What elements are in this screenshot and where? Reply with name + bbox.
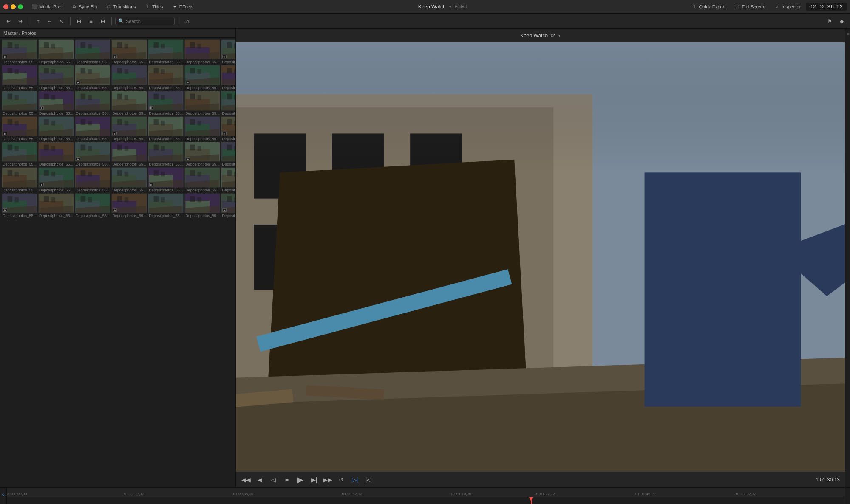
media-thumb-22[interactable]: Depositphotos_55...: [38, 116, 74, 141]
media-thumb-8[interactable]: Depositphotos_55...: [38, 65, 74, 90]
minimize-button[interactable]: [11, 4, 16, 9]
media-thumb-23[interactable]: Depositphotos_55...: [75, 116, 110, 141]
thumb-image-42: ▶: [2, 193, 37, 213]
undo-button[interactable]: ↩: [3, 16, 14, 26]
media-thumb-48[interactable]: ▶Depositphotos_55...: [221, 193, 235, 218]
media-thumb-12[interactable]: ▶Depositphotos_55...: [184, 65, 220, 90]
media-thumb-21[interactable]: ▶Depositphotos_55...: [2, 116, 37, 141]
media-thumb-41[interactable]: Depositphotos_55...: [221, 167, 235, 192]
thumb-video-icon: ▶: [149, 183, 153, 186]
media-thumb-35[interactable]: Depositphotos_55...: [2, 167, 37, 192]
media-thumb-13[interactable]: Depositphotos_55...: [221, 65, 235, 90]
transitions-nav[interactable]: ⬡ Transitions: [102, 3, 139, 11]
view-detail-button[interactable]: ⊟: [98, 16, 108, 26]
next-frame-button[interactable]: ▶|: [309, 475, 319, 485]
redo-button[interactable]: ↪: [15, 16, 26, 26]
media-thumb-7[interactable]: Depositphotos_55...: [2, 65, 37, 90]
media-thumb-10[interactable]: Depositphotos_55...: [111, 65, 147, 90]
play-reverse-button[interactable]: ◁: [268, 475, 278, 485]
media-thumb-31[interactable]: Depositphotos_55...: [111, 142, 147, 166]
close-button[interactable]: [3, 4, 8, 9]
timeline-scroll-bar[interactable]: [845, 488, 850, 504]
selection-tool[interactable]: ↖: [57, 16, 67, 26]
media-thumb-29[interactable]: Depositphotos_55...: [38, 142, 74, 166]
flag-button[interactable]: ⚑: [824, 16, 835, 26]
svg-rect-207: [227, 170, 232, 176]
inspector-button[interactable]: 𝒾 Inspector: [771, 3, 804, 11]
media-thumb-47[interactable]: Depositphotos_55...: [184, 193, 220, 218]
thumb-svg-39: [148, 168, 183, 187]
media-thumb-18[interactable]: ▶Depositphotos_55...: [148, 91, 184, 115]
effects-nav[interactable]: ✦ Effects: [168, 3, 197, 11]
trim-tool[interactable]: ↔: [45, 16, 55, 26]
svg-rect-48: [88, 69, 92, 74]
filter-button[interactable]: ⊿: [182, 16, 192, 26]
media-thumb-30[interactable]: ▶Depositphotos_55...: [75, 142, 110, 166]
media-thumb-19[interactable]: Depositphotos_55...: [184, 91, 220, 115]
full-screen-button[interactable]: ⛶ Full Screen: [731, 3, 769, 11]
media-thumb-46[interactable]: Depositphotos_55...: [148, 193, 184, 218]
sync-bin-nav[interactable]: ⧉ Sync Bin: [68, 3, 100, 11]
blade-tool[interactable]: ⌗: [33, 16, 43, 26]
thumb-label-20: Depositphotos_55...: [221, 111, 235, 115]
media-thumb-26[interactable]: Depositphotos_55...: [184, 116, 220, 141]
media-thumb-11[interactable]: Depositphotos_55...: [148, 65, 184, 90]
project-dropdown[interactable]: ▾: [449, 5, 451, 9]
svg-rect-63: [198, 69, 201, 74]
media-thumb-2[interactable]: Depositphotos_55...: [75, 39, 110, 64]
media-thumb-14[interactable]: Depositphotos_55...: [2, 91, 37, 115]
svg-rect-42: [44, 68, 49, 74]
play-button[interactable]: ▶: [295, 475, 306, 485]
media-thumb-1[interactable]: Depositphotos_55...: [38, 39, 74, 64]
media-thumb-33[interactable]: ▶Depositphotos_55...: [184, 142, 220, 166]
search-input[interactable]: [126, 19, 168, 24]
media-thumb-16[interactable]: Depositphotos_55...: [75, 91, 110, 115]
media-thumb-40[interactable]: Depositphotos_55...: [184, 167, 220, 192]
media-thumb-0[interactable]: ▶Depositphotos_55...: [2, 39, 37, 64]
prev-frame-button[interactable]: ◀: [255, 475, 265, 485]
media-thumb-32[interactable]: Depositphotos_55...: [148, 142, 184, 166]
prev-clip-button[interactable]: ◀◀: [241, 475, 251, 485]
media-thumb-28[interactable]: Depositphotos_55...: [2, 142, 37, 166]
play-to-end-button[interactable]: |◁: [363, 475, 374, 485]
quick-export-button[interactable]: ⬆ Quick Export: [688, 3, 729, 11]
thumb-label-31: Depositphotos_55...: [111, 162, 147, 166]
media-thumb-6[interactable]: ▶Depositphotos_55...: [221, 39, 235, 64]
thumb-label-17: Depositphotos_55...: [111, 111, 147, 115]
media-thumb-24[interactable]: ▶Depositphotos_55...: [111, 116, 147, 141]
media-thumb-39[interactable]: ▶Depositphotos_55...: [148, 167, 184, 192]
view-list-button[interactable]: ≡: [86, 16, 96, 26]
media-thumb-15[interactable]: ▶Depositphotos_55...: [38, 91, 74, 115]
media-thumb-3[interactable]: ▶Depositphotos_55...: [111, 39, 147, 64]
play-all-button[interactable]: ▷|: [350, 475, 360, 485]
maximize-button[interactable]: [18, 4, 23, 9]
media-pool-icon: ⬛: [31, 4, 37, 10]
media-thumb-45[interactable]: ▶Depositphotos_55...: [111, 193, 147, 218]
media-thumb-42[interactable]: ▶Depositphotos_55...: [2, 193, 37, 218]
media-thumb-27[interactable]: ▶Depositphotos_55...: [221, 116, 235, 141]
loop-button[interactable]: ↺: [336, 475, 346, 485]
thumb-label-42: Depositphotos_55...: [2, 214, 37, 218]
media-thumb-36[interactable]: ▶Depositphotos_55...: [38, 167, 74, 192]
media-thumb-9[interactable]: ▶Depositphotos_55...: [75, 65, 110, 90]
media-thumb-20[interactable]: Depositphotos_55...: [221, 91, 235, 115]
marker-button[interactable]: ◆: [836, 16, 847, 26]
view-grid-button[interactable]: ⊞: [74, 16, 84, 26]
clip-dropdown[interactable]: ▾: [558, 34, 561, 38]
media-thumb-34[interactable]: Depositphotos_55...: [221, 142, 235, 166]
media-thumb-37[interactable]: Depositphotos_55...: [75, 167, 110, 192]
titles-nav[interactable]: T Titles: [141, 3, 167, 11]
media-thumb-17[interactable]: Depositphotos_55...: [111, 91, 147, 115]
svg-rect-17: [117, 42, 122, 48]
stop-button[interactable]: ■: [282, 475, 292, 485]
svg-rect-213: [15, 197, 19, 202]
next-clip-button[interactable]: ▶▶: [323, 475, 333, 485]
media-thumb-5[interactable]: Depositphotos_55...: [184, 39, 220, 64]
media-thumb-4[interactable]: Depositphotos_55...: [148, 39, 184, 64]
media-pool-nav[interactable]: ⬛ Media Pool: [28, 3, 66, 11]
media-thumb-44[interactable]: Depositphotos_55...: [75, 193, 110, 218]
media-thumb-38[interactable]: Depositphotos_55...: [111, 167, 147, 192]
svg-rect-73: [15, 95, 19, 100]
media-thumb-43[interactable]: Depositphotos_55...: [38, 193, 74, 218]
media-thumb-25[interactable]: Depositphotos_55...: [148, 116, 184, 141]
